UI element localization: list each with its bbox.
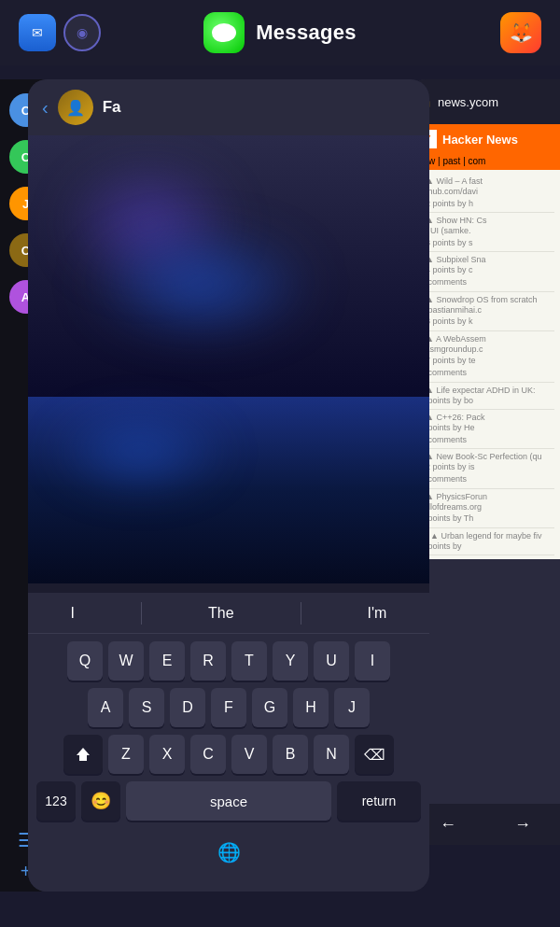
url-text[interactable]: news.ycom	[438, 95, 498, 109]
browser-nav: ← →	[411, 804, 560, 845]
hn-item-9[interactable]: 9. ▲ PhysicsForun (hallofdreams.org 87 p…	[416, 489, 554, 528]
globe-icon: 🌐	[217, 841, 241, 864]
browser-card: 🔒 news.ycom Y Hacker News new | past | c…	[411, 79, 560, 845]
keyboard-suggestions: I The I'm	[28, 593, 429, 634]
hn-item-7-comments: 12 comments	[416, 434, 554, 446]
key-row-2: A S D F G H J	[32, 688, 426, 727]
hn-item-9-meta: (hallofdreams.org	[416, 501, 554, 513]
firefox-app-icon[interactable]: 🦊	[500, 12, 541, 53]
hn-item-6-title: Life expectar ADHD in UK:	[436, 386, 535, 395]
key-s[interactable]: S	[129, 688, 164, 727]
hn-item-3-num: 3. ▲ Subpixel Sna	[416, 255, 554, 264]
key-emoji[interactable]: 😊	[81, 781, 120, 821]
back-button[interactable]: ‹	[42, 97, 49, 119]
hn-item-5[interactable]: 5. ▲ A WebAssem (wasmgroundup.c 137 poin…	[416, 331, 554, 383]
key-c[interactable]: C	[190, 735, 226, 774]
key-x[interactable]: X	[149, 735, 185, 774]
contact-name: Fa	[103, 98, 121, 117]
hn-item-2-points: 248 points by s	[416, 237, 554, 249]
blue-gradient-area	[28, 397, 429, 583]
svg-marker-0	[77, 748, 90, 761]
key-row-4: 123 😊 space return	[32, 781, 426, 821]
hn-item-5-num: 5. ▲ A WebAssem	[416, 334, 554, 344]
key-numbers[interactable]: 123	[36, 781, 76, 821]
key-z[interactable]: Z	[108, 735, 144, 774]
key-row-1: Q W E R T Y U I	[32, 641, 426, 681]
hn-title: Hacker News	[442, 133, 518, 147]
hn-item-2[interactable]: 2. ▲ Show HN: Cs 1.6 UI (samke. 248 poin…	[416, 213, 554, 252]
key-v[interactable]: V	[231, 735, 267, 774]
key-t[interactable]: T	[231, 641, 267, 681]
hn-item-1-title: Wild – A fast	[436, 176, 483, 186]
hn-item-7-title: C++26: Pack	[436, 413, 484, 422]
hn-item-8[interactable]: 8. ▲ New Book-Sc Perfection (qu 122 poin…	[416, 449, 554, 488]
messages-title: Messages	[256, 21, 357, 45]
hn-item-4-num: 4. ▲ Snowdrop OS from scratch	[416, 295, 554, 304]
keyboard: I The I'm Q W E R T Y U I	[28, 593, 429, 892]
hn-item-9-num: 9. ▲ PhysicsForun	[416, 492, 554, 501]
hn-item-10[interactable]: 10. ▲ Urban legend for maybe fiv 56 poin…	[416, 528, 554, 556]
suggestion-divider-1	[141, 602, 142, 625]
mail-icon: ✉	[32, 25, 43, 40]
suggestion-3[interactable]: I'm	[349, 605, 406, 622]
siri-icon: ◉	[77, 25, 88, 40]
key-e[interactable]: E	[149, 641, 185, 681]
key-r[interactable]: R	[190, 641, 226, 681]
hn-item-7[interactable]: 7. ▲ C++26: Pack 19 points by He 12 comm…	[416, 410, 554, 449]
suggestion-2[interactable]: The	[189, 605, 253, 622]
firefox-icon: 🦊	[510, 21, 533, 44]
key-q[interactable]: Q	[67, 641, 103, 681]
browser-forward-button[interactable]: →	[514, 815, 531, 835]
key-row-3: Z X C V B N ⌫	[32, 735, 426, 774]
key-g[interactable]: G	[252, 688, 287, 727]
key-shift[interactable]	[63, 735, 103, 774]
hn-item-7-points: 19 points by He	[416, 422, 554, 434]
hn-item-7-num: 7. ▲ C++26: Pack	[416, 413, 554, 422]
globe-key[interactable]: 🌐	[28, 832, 429, 873]
hn-item-8-num: 8. ▲ New Book-Sc Perfection (qu	[416, 452, 554, 461]
hn-item-3-comments: 11 comments	[416, 276, 554, 288]
hn-item-8-comments: 25 comments	[416, 473, 554, 485]
hn-item-4[interactable]: 4. ▲ Snowdrop OS from scratch (sebastian…	[416, 292, 554, 331]
key-j[interactable]: J	[334, 688, 370, 727]
blur-blob-2	[84, 229, 317, 341]
key-rows: Q W E R T Y U I A S D F G H J	[28, 634, 429, 832]
hn-item-8-title: New Book-Sc Perfection (qu	[436, 452, 541, 461]
hn-item-4-meta: (sebastianmihai.c	[416, 304, 554, 316]
siri-app-icon[interactable]: ◉	[63, 14, 101, 51]
key-b[interactable]: B	[273, 735, 308, 774]
hn-header: Y Hacker News	[411, 124, 560, 154]
blue-blob	[47, 406, 233, 499]
suggestion-divider-2	[301, 602, 301, 625]
hn-item-6[interactable]: 6. ▲ Life expectar ADHD in UK: 37 points…	[416, 383, 554, 411]
key-space[interactable]: space	[126, 781, 331, 821]
key-delete[interactable]: ⌫	[355, 735, 394, 774]
key-u[interactable]: U	[314, 641, 349, 681]
key-a[interactable]: A	[88, 688, 123, 727]
hn-item-5-points: 137 points by te	[416, 355, 554, 367]
suggestion-1[interactable]: I	[52, 605, 93, 622]
hn-items: 1. ▲ Wild – A fast (github.com/davi 182 …	[411, 170, 560, 559]
hn-item-5-title: A WebAssem	[436, 334, 486, 344]
key-f[interactable]: F	[211, 688, 246, 727]
hn-item-8-points: 122 points by is	[416, 461, 554, 473]
hn-item-10-points: 56 points by	[416, 541, 554, 553]
hn-item-1[interactable]: 1. ▲ Wild – A fast (github.com/davi 182 …	[416, 174, 554, 213]
key-n[interactable]: N	[314, 735, 349, 774]
key-d[interactable]: D	[170, 688, 205, 727]
messages-app-icon[interactable]	[203, 12, 245, 53]
hn-item-6-points: 37 points by bo	[416, 395, 554, 407]
key-w[interactable]: W	[108, 641, 144, 681]
key-return[interactable]: return	[337, 781, 421, 821]
mail-app-icon[interactable]: ✉	[19, 14, 56, 51]
key-h[interactable]: H	[293, 688, 329, 727]
key-y[interactable]: Y	[273, 641, 308, 681]
hn-item-4-title: Snowdrop OS from scratch	[436, 295, 537, 304]
hn-item-1-points: 182 points by h	[416, 198, 554, 210]
browser-back-button[interactable]: ←	[440, 815, 456, 835]
hn-item-3[interactable]: 3. ▲ Subpixel Sna 124 points by c 11 com…	[416, 252, 554, 291]
hn-item-2-meta: 1.6 UI (samke.	[416, 225, 554, 237]
hn-item-3-title: Subpixel Sna	[436, 255, 485, 264]
messages-bubble-icon	[212, 23, 236, 42]
key-i[interactable]: I	[355, 641, 390, 681]
